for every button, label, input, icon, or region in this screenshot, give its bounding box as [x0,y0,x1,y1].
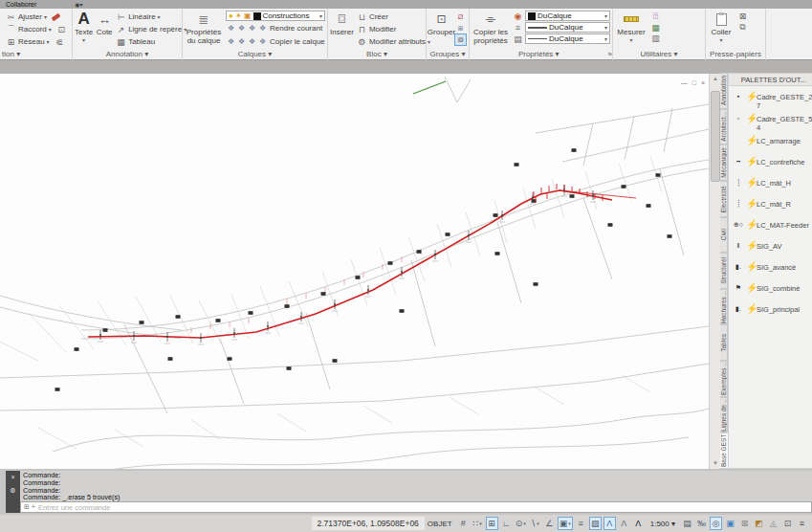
panel-label-calques[interactable]: Calques ▾ [183,49,327,60]
lineweight-combo[interactable]: DuCalque ▾ [525,22,610,33]
chevron-down-icon[interactable]: ▾ [479,521,482,526]
reseau-button[interactable]: ⊞ Réseau ▾ ⋐ [6,35,65,48]
palette-item-lc-amarrage[interactable]: ⚡LC_amarrage [733,136,812,153]
mirror-icon[interactable]: ⋐ [55,37,65,47]
isolate-objects-icon[interactable]: ◩ [753,517,765,530]
trusted-location-icon[interactable]: ⊠ [738,517,751,530]
minimize-icon[interactable]: — [681,79,688,86]
chevron-down-icon[interactable]: ▾ [523,521,526,526]
palette-tab-annotation[interactable]: Annotation [720,73,728,109]
annotation-monitor-icon[interactable]: ‰ [695,517,708,530]
palette-tab-civil[interactable]: Civil [720,217,728,254]
palette-tab-exemples-[interactable]: Exemples ... [720,361,728,397]
palette-item-sig-principal[interactable]: ▮.⚡SIG_principal [733,304,812,321]
restore-icon[interactable]: □ [692,79,696,86]
record-dropdown-icon[interactable]: ◉▾ [75,1,82,8]
command-input[interactable] [38,503,811,512]
quick-calc-icon[interactable]: ▦ [650,23,661,33]
palette-item-cadre-geste-59[interactable]: ▫⚡Cadre_GESTE_59 4 [733,114,812,132]
palette-item-sig-avanc-[interactable]: ▮.⚡SIG_avancé [733,262,812,279]
proprietes-du-calque-button[interactable]: ≣ Propriétés du calque [185,11,223,45]
copier-le-calque-button[interactable]: ❖❖❖❖ Copier le calque [226,35,325,48]
performance-recorder-icon[interactable]: ◬ [767,517,779,530]
palette-tab-architect-[interactable]: Architect... [720,109,728,145]
quick-select-icon[interactable]: ⍰ [650,11,661,22]
inserer-button[interactable]: ⌼ Insérer [330,11,354,36]
palette-tab--lectricit-[interactable]: Électricité [720,181,728,217]
command-close-icon[interactable]: × [11,474,14,481]
erase-icon[interactable] [52,12,61,20]
dynamic-input-icon[interactable]: ⊞ [486,517,498,530]
cote-button[interactable]: ↔ Cote [96,11,113,36]
palette-tab-structurel[interactable]: Structurel [720,253,728,289]
palette-tab-lignes-de-[interactable]: Lignes de ... [720,397,728,433]
group-edit-icon[interactable]: ⧆ [455,23,466,33]
clean-screen-icon[interactable]: ⊡ [781,517,794,530]
panel-label-annotation[interactable]: Annotation ▾ [73,49,182,60]
copy-clip-icon[interactable]: ⧉ [737,22,748,33]
ortho-icon[interactable]: ∟ [500,517,513,530]
lineweight-icon[interactable]: ≡ [575,517,587,530]
command-customize-icon[interactable]: ⚙ [10,487,15,495]
panel-label-groupes[interactable]: Groupes ▾ [427,49,469,60]
coller-button[interactable]: Coller ▾ [708,11,735,43]
palette-item-sig-combin-[interactable]: ⚑⚡SIG_combiné [733,283,812,300]
map[interactable] [0,74,709,469]
grid-icon[interactable]: # [457,517,470,530]
isodraft-icon[interactable]: ∖▾ [529,517,541,530]
annotation-scale-button[interactable]: 1:500 ▾ [647,520,678,528]
group-selection-toggle-icon[interactable]: ⧇ [455,34,466,45]
customization-menu-icon[interactable]: ≡ [796,517,808,530]
cut-icon[interactable]: ⊠ [737,11,748,21]
tab-collaborer[interactable]: Collaborer [6,0,36,9]
ajuster-button[interactable]: ✂ Ajuster ▾ [6,11,60,23]
linetype-combo[interactable]: DuCalque ▾ [525,33,610,44]
palette-item-cadre-geste-29[interactable]: ▪⚡Cadre_GESTE_29 7 [733,92,812,110]
panel-label-utilitaires[interactable]: Utilitaires ▾ [613,49,705,60]
palette-title[interactable]: PALETTES D'OUT... [729,74,812,86]
count-icon[interactable]: ▥ [650,33,661,43]
panel-overflow-icon[interactable]: » [608,49,612,60]
panel-label-bloc[interactable]: Bloc ▾ [328,49,426,60]
osnap-tracking-icon[interactable]: ∠ [543,517,556,530]
autodesk-app-icon[interactable]: ▣ [724,517,736,530]
tableau-button[interactable]: ▦ Tableau [116,35,187,48]
quick-properties-icon[interactable]: ▤ [681,517,693,530]
palette-item-sig-av[interactable]: ‖⚡SIG_AV [733,241,812,258]
scrollbar-thumb[interactable] [711,91,720,182]
copy-icon[interactable]: ⊡ [56,25,67,34]
palette-item-lc-contrefiche[interactable]: ╍⚡LC_contrefiche [733,157,812,174]
chevron-down-icon[interactable]: ▾ [537,521,539,526]
palette-tab-tables[interactable]: Tables [720,324,728,361]
copier-les-proprietes-button[interactable]: ⌯ Copier les propriétés [472,11,510,45]
chevron-down-icon[interactable]: ▾ [568,521,571,526]
rendre-courant-button[interactable]: ❖❖❖❖ Rendre courant [226,22,325,34]
transparency-icon[interactable]: ▨ [589,517,602,530]
bloc-modifier-attributs-button[interactable]: ⚙ Modifier attributs ▾ [357,35,430,48]
palette-item-lc-mat-feeder[interactable]: ⊕○⚡LC_MAT-Feeder [733,220,812,237]
osnap-icon[interactable]: ▣▾ [558,517,573,530]
bloc-modifier-button[interactable]: ⊓ Modifier [357,23,430,35]
annotation-scale-icon[interactable]: Λ [632,517,645,530]
color-combo[interactable]: DuCalque ▾ [525,11,610,21]
close-icon[interactable]: × [701,79,705,86]
ligne-de-repere-button[interactable]: ↗ Ligne de repère ▾ [116,23,187,35]
annotation-visibility-icon[interactable]: Λ [604,517,616,530]
raccord-button[interactable]: ⌒ Raccord ▾ ⊡ [6,23,67,35]
mesurer-button[interactable]: Mesurer ▾ [615,11,647,43]
polar-tracking-icon[interactable]: ⊙▾ [515,517,527,530]
lineaire-button[interactable]: ⊢ Linéaire ▾ [116,11,187,23]
bloc-creer-button[interactable]: ⊔ Créer [357,11,430,23]
annotation-autoscale-icon[interactable]: Λ [618,517,630,530]
graphics-performance-icon[interactable]: ◎ [710,517,722,530]
texte-button[interactable]: A Texte ▾ [75,11,93,43]
palette-tab-base-geste[interactable]: Base GESTE [720,432,728,469]
panel-label-presse-papiers[interactable]: Presse-papiers [706,49,765,60]
ungroup-icon[interactable]: ⧄ [455,11,466,22]
panel-label-proprietes[interactable]: Propriétés ▾ » [470,49,612,60]
palette-tab-m-canique[interactable]: Mécanique [720,144,728,181]
palette-item-lc-m-t-r[interactable]: ┊⚡LC_mât_R [733,199,812,216]
grouper-button[interactable]: ⊡ Grouper [428,11,454,36]
palette-item-lc-m-t-h[interactable]: ┊⚡LC_mât_H [733,178,812,195]
palette-tab-hachures-[interactable]: Hachures ... [720,289,728,325]
